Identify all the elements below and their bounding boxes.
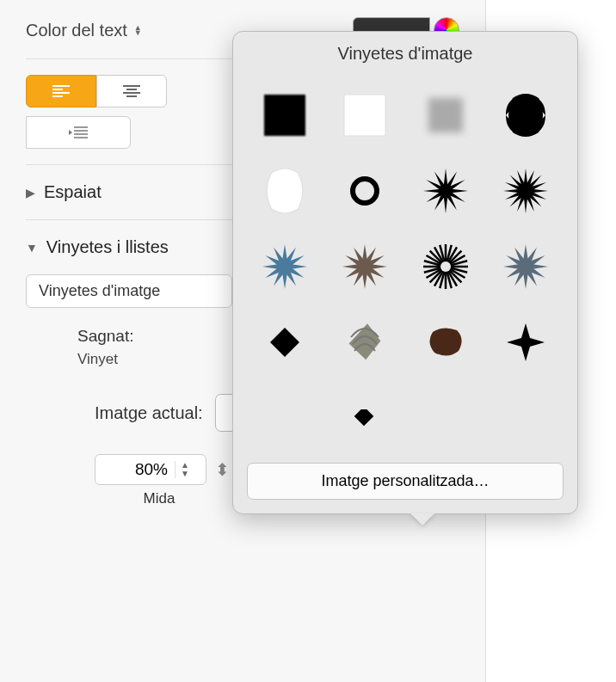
- bullet-type-dropdown[interactable]: Vinyetes d'imatge: [26, 274, 232, 308]
- bullet-option-black-square[interactable]: [254, 88, 316, 143]
- custom-image-label: Imatge personalitzada…: [321, 472, 489, 489]
- updown-icon[interactable]: ▲▼: [134, 25, 142, 35]
- current-image-label: Imatge actual:: [95, 403, 203, 423]
- image-bullets-popover: Vinyetes d'imatge: [232, 31, 578, 514]
- bullet-option-scribble-diamond[interactable]: [335, 315, 397, 370]
- bullet-option-black-burst[interactable]: [415, 163, 477, 218]
- bullet-option-empty[interactable]: [496, 390, 557, 445]
- bullet-option-slate-burst[interactable]: [496, 239, 557, 294]
- bullet-option-white-quatrefoil[interactable]: [254, 163, 316, 218]
- align-left-button[interactable]: [26, 75, 96, 108]
- chevron-right-icon: ▶: [26, 186, 35, 200]
- svg-rect-2: [428, 98, 463, 132]
- size-label: Mida: [95, 490, 224, 507]
- svg-point-3: [353, 179, 377, 203]
- bullet-option-black-diamond[interactable]: [254, 315, 316, 370]
- bullet-grid: [247, 79, 564, 463]
- custom-image-button[interactable]: Imatge personalitzada…: [247, 463, 564, 500]
- link-icon[interactable]: ⬍: [215, 459, 230, 480]
- align-center-button[interactable]: [96, 75, 167, 108]
- bullet-option-small-diamond[interactable]: [335, 390, 397, 445]
- spacing-label: Espaiat: [44, 182, 102, 202]
- size-stepper[interactable]: ▲▼: [95, 454, 206, 485]
- popover-arrow: [410, 513, 434, 525]
- bullet-option-white-square[interactable]: [335, 88, 397, 143]
- bullet-option-empty[interactable]: [254, 390, 316, 445]
- popover-title: Vinyetes d'imatge: [247, 44, 564, 64]
- svg-rect-0: [264, 95, 305, 136]
- bullet-option-black-burst-alt[interactable]: [496, 163, 557, 218]
- bullet-option-gray-shadow-square[interactable]: [415, 88, 477, 143]
- bullet-option-four-point-star[interactable]: [496, 315, 557, 370]
- text-color-label: Color del text: [26, 21, 127, 40]
- bullets-label: Vinyetes i llistes: [46, 237, 169, 257]
- bullet-option-brown-blob[interactable]: [415, 315, 477, 370]
- bullet-option-brown-burst[interactable]: [335, 239, 397, 294]
- svg-rect-1: [344, 95, 385, 136]
- svg-point-16: [440, 261, 451, 272]
- bullet-option-ring[interactable]: [335, 163, 397, 218]
- decrease-indent-button[interactable]: [26, 116, 131, 149]
- bullet-option-black-quatrefoil[interactable]: [496, 88, 557, 143]
- bullet-option-pinstripe-burst[interactable]: [415, 239, 477, 294]
- bullet-option-empty[interactable]: [415, 390, 477, 445]
- chevron-down-icon: ▼: [26, 241, 38, 255]
- bullet-option-blue-burst[interactable]: [254, 239, 316, 294]
- size-input[interactable]: [108, 460, 168, 479]
- bullet-type-value: Vinyetes d'imatge: [39, 282, 160, 300]
- stepper-icon[interactable]: ▲▼: [175, 461, 189, 478]
- svg-rect-17: [270, 328, 299, 357]
- svg-rect-18: [354, 409, 374, 426]
